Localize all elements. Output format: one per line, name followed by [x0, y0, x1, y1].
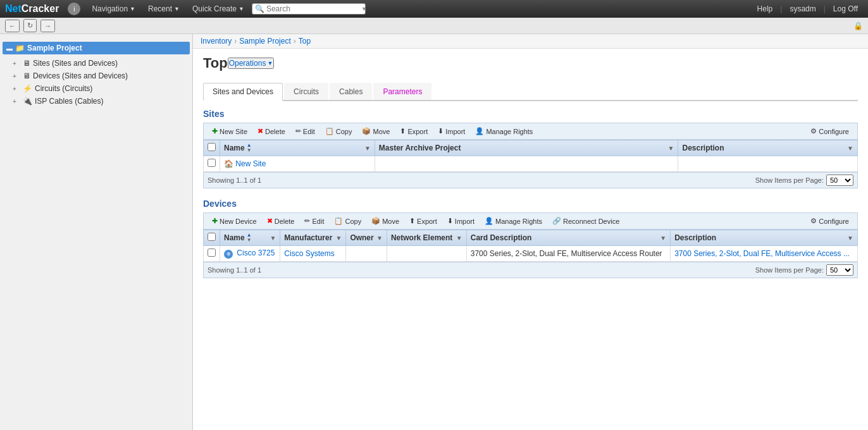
- configure-site-button[interactable]: ⚙ Configure: [806, 125, 853, 137]
- sidebar-label-cables: ISP Cables (Cables): [35, 97, 104, 106]
- delete-device-button[interactable]: ✖ Delete: [263, 215, 299, 227]
- sites-row-desc: [678, 156, 858, 172]
- new-device-button[interactable]: ✚ New Device: [208, 215, 261, 227]
- filter-master-icon[interactable]: ▼: [668, 145, 674, 152]
- delete-icon: ✖: [257, 127, 263, 135]
- delete-site-button[interactable]: ✖ Delete: [253, 125, 290, 137]
- table-row: 🏠 New Site: [204, 156, 858, 172]
- dev-filter-name-icon[interactable]: ▼: [270, 235, 276, 242]
- operations-button[interactable]: Operations ▼: [228, 58, 275, 69]
- copy-device-button[interactable]: 📋 Copy: [330, 215, 366, 227]
- logoff-button[interactable]: Log Off: [828, 3, 863, 15]
- dev-filter-owner-icon[interactable]: ▼: [376, 235, 383, 242]
- cables-icon: 🔌: [23, 97, 32, 106]
- info-button[interactable]: i: [68, 3, 80, 15]
- sidebar-item-cables[interactable]: + 🔌 ISP Cables (Cables): [0, 95, 192, 108]
- manage-rights-icon: 👤: [475, 127, 484, 135]
- device-row-checkbox[interactable]: [208, 249, 216, 257]
- devices-select-all[interactable]: [208, 233, 216, 241]
- lock-icon: 🔒: [853, 22, 863, 30]
- import-device-button[interactable]: ⬇ Import: [443, 215, 479, 227]
- move-device-button[interactable]: 📦 Move: [367, 215, 404, 227]
- sites-select-all[interactable]: [208, 143, 216, 151]
- dev-name-sort-arrows[interactable]: ▲ ▼: [247, 233, 252, 243]
- sites-per-page-select[interactable]: 50 100 200: [826, 175, 853, 186]
- tab-parameters[interactable]: Parameters: [373, 83, 431, 100]
- cisco-systems-link[interactable]: Cisco Systems: [284, 249, 334, 258]
- recent-chevron-icon: ▼: [174, 6, 180, 12]
- copy-site-button[interactable]: 📋 Copy: [321, 125, 357, 137]
- export-site-button[interactable]: ⬆ Export: [395, 125, 432, 137]
- name-sort-arrows[interactable]: ▲ ▼: [247, 143, 252, 153]
- tab-sites-devices[interactable]: Sites and Devices: [203, 83, 283, 101]
- sites-row-check: [204, 156, 220, 172]
- navigation-chevron-icon: ▼: [130, 6, 135, 12]
- topbar: NetCracker i Navigation ▼ Recent ▼ Quick…: [0, 0, 868, 18]
- new-site-button[interactable]: ✚ New Site: [208, 125, 252, 137]
- move-icon: 📦: [362, 127, 371, 135]
- manage-rights-site-button[interactable]: 👤 Manage Rights: [471, 125, 537, 137]
- back-button[interactable]: ←: [5, 20, 20, 32]
- device-desc-link[interactable]: 3700 Series, 2-Slot, Dual FE, Multiservi…: [674, 249, 850, 258]
- sites-row-checkbox[interactable]: [208, 159, 216, 167]
- configure-device-icon: ⚙: [810, 217, 817, 225]
- dev-filter-desc-icon[interactable]: ▼: [847, 235, 853, 242]
- filter-icon[interactable]: ▼: [364, 145, 371, 152]
- devices-card-desc-header: Card Description ▼: [466, 230, 670, 246]
- sidebar-label-circuits: Circuits (Circuits): [35, 84, 92, 93]
- sidebar-item-devices[interactable]: + 🖥 Devices (Sites and Devices): [0, 70, 192, 82]
- import-device-icon: ⬇: [447, 217, 453, 225]
- breadcrumb-project[interactable]: Sample Project: [239, 37, 290, 46]
- operations-chevron-icon: ▼: [267, 60, 273, 66]
- sidebar-root-item[interactable]: ▬ 📁 Sample Project: [3, 42, 190, 54]
- reconnect-device-button[interactable]: 🔗 Reconnect Device: [548, 215, 624, 227]
- user-button[interactable]: sysadm: [784, 3, 821, 15]
- dev-filter-mfg-icon[interactable]: ▼: [335, 235, 342, 242]
- sidebar-item-sites[interactable]: + 🖥 Sites (Sites and Devices): [0, 57, 192, 70]
- recent-button[interactable]: Recent ▼: [143, 3, 185, 15]
- dev-sort-down-icon: ▼: [247, 238, 252, 243]
- filter-desc-icon[interactable]: ▼: [847, 145, 853, 152]
- expand-icon-sites: +: [13, 60, 20, 67]
- devices-name-header: Name ▲ ▼ ▼: [220, 230, 280, 246]
- devices-action-toolbar: ✚ New Device ✖ Delete ✏ Edit 📋 Copy: [203, 212, 858, 230]
- quick-create-button[interactable]: Quick Create ▼: [187, 3, 249, 15]
- refresh-button[interactable]: ↻: [23, 19, 37, 32]
- forward-button[interactable]: →: [40, 20, 55, 32]
- search-dropdown-icon[interactable]: ▼: [361, 6, 367, 12]
- devices-table: Name ▲ ▼ ▼ Manufacture: [203, 230, 858, 262]
- new-site-link[interactable]: New Site: [235, 159, 266, 168]
- configure-device-button[interactable]: ⚙ Configure: [806, 215, 853, 227]
- toolbar-row: ← ↻ → 🔒: [0, 18, 868, 34]
- sidebar-root-label: Sample Project: [27, 44, 82, 52]
- edit-device-button[interactable]: ✏ Edit: [300, 215, 328, 227]
- sites-name-header: Name ▲ ▼ ▼: [220, 140, 375, 156]
- sidebar-item-circuits[interactable]: + ⚡ Circuits (Circuits): [0, 82, 192, 95]
- breadcrumb-top[interactable]: Top: [299, 37, 311, 46]
- help-button[interactable]: Help: [752, 3, 778, 15]
- sites-section: Sites ✚ New Site ✖ Delete ✏ Edit: [203, 109, 858, 188]
- import-site-button[interactable]: ⬇ Import: [433, 125, 469, 137]
- devices-icon: 🖥: [23, 71, 30, 80]
- sites-showing-label: Showing 1..1 of 1: [208, 176, 261, 184]
- export-device-button[interactable]: ⬆ Export: [405, 215, 442, 227]
- sites-action-toolbar: ✚ New Site ✖ Delete ✏ Edit 📋 Copy: [203, 123, 858, 140]
- manage-rights-device-button[interactable]: 👤 Manage Rights: [480, 215, 547, 227]
- search-input[interactable]: [266, 4, 361, 13]
- page-title: Top: [203, 55, 228, 71]
- devices-per-page-select[interactable]: 50 100 200: [826, 264, 853, 276]
- move-site-button[interactable]: 📦 Move: [357, 125, 394, 137]
- move-device-icon: 📦: [371, 217, 380, 225]
- sites-check-header: [204, 140, 220, 156]
- dev-filter-ne-icon[interactable]: ▼: [456, 235, 462, 242]
- tab-cables[interactable]: Cables: [330, 83, 372, 100]
- sites-row-master: [375, 156, 678, 172]
- navigation-button[interactable]: Navigation ▼: [87, 3, 140, 15]
- devices-section: Devices ✚ New Device ✖ Delete ✏ Edit: [203, 199, 858, 278]
- edit-site-button[interactable]: ✏ Edit: [291, 125, 319, 137]
- tab-circuits[interactable]: Circuits: [284, 83, 328, 100]
- cisco-3725-link[interactable]: Cisco 3725: [237, 249, 275, 257]
- breadcrumb-inventory[interactable]: Inventory: [201, 37, 232, 46]
- devices-showing-label: Showing 1..1 of 1: [208, 266, 261, 274]
- dev-filter-card-icon[interactable]: ▼: [660, 235, 666, 242]
